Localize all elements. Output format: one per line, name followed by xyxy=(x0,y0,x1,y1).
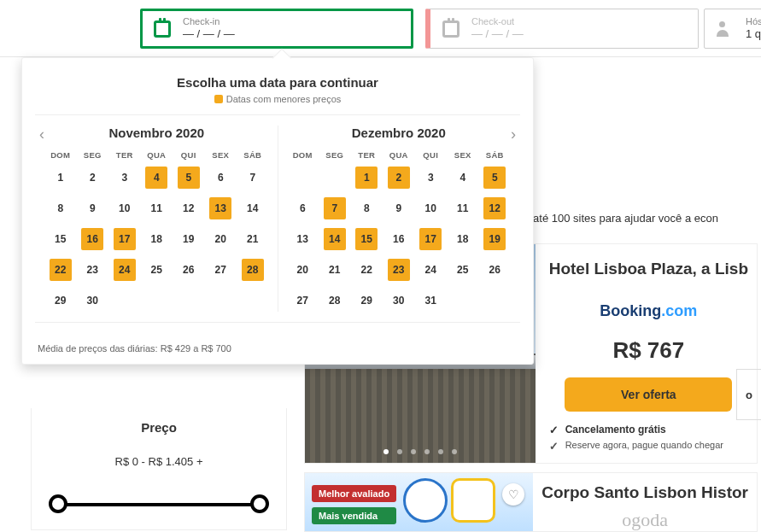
hotel-name[interactable]: Hotel Lisboa Plaza, a Lisb xyxy=(549,260,748,278)
weekday-header: DOMSEGTERQUAQUISEXSÁB xyxy=(44,150,269,160)
calendar-heading: Escolha uma data para continuar xyxy=(22,75,533,90)
calendar-day[interactable]: 19 xyxy=(178,228,200,250)
calendar-day[interactable]: 11 xyxy=(452,197,474,219)
calendar-day[interactable]: 8 xyxy=(355,197,378,219)
calendar-day[interactable]: 27 xyxy=(291,289,313,312)
calendar-day[interactable]: 30 xyxy=(81,289,103,312)
guests-field[interactable]: Hósp 1 qu xyxy=(704,9,761,49)
checkout-field[interactable]: Check-out — / — / — xyxy=(425,9,699,49)
calendar-day[interactable]: 11 xyxy=(145,197,167,219)
calendar-legend: Datas com menores preços xyxy=(22,94,533,104)
hotel-card[interactable]: Melhor avaliado Mais vendida ♡ Corpo San… xyxy=(304,472,758,532)
calendar-day[interactable]: 12 xyxy=(178,197,200,219)
calendar-icon xyxy=(154,20,171,38)
calendar-day[interactable]: 14 xyxy=(242,197,264,219)
calendar-day[interactable]: 14 xyxy=(324,228,346,250)
calendar-day[interactable]: 20 xyxy=(209,228,231,250)
price-filter-panel: Preço R$ 0 - R$ 1.405 + xyxy=(31,408,287,530)
guests-label: Hósp xyxy=(746,16,761,27)
calendar-day[interactable]: 16 xyxy=(388,228,410,250)
provider-logo: Booking.com xyxy=(549,302,748,320)
calendar-day[interactable]: 6 xyxy=(209,167,231,189)
favorite-button[interactable]: ♡ xyxy=(502,483,524,506)
hotel-info: Hotel Lisboa Plaza, a Lisb Booking.com R… xyxy=(536,244,757,463)
alt-offer-peek[interactable]: o xyxy=(736,369,761,420)
badge-best-seller: Mais vendida xyxy=(312,507,396,524)
divider xyxy=(35,322,520,323)
calendar-day[interactable]: 18 xyxy=(145,228,167,250)
calendar-day[interactable]: 10 xyxy=(114,197,136,219)
hotel-photo[interactable]: Melhor avaliado Mais vendida ♡ xyxy=(305,473,533,531)
calendar-day[interactable]: 8 xyxy=(50,197,72,219)
next-month-button[interactable]: › xyxy=(506,126,521,143)
calendar-day[interactable]: 13 xyxy=(291,228,313,250)
calendar-day[interactable]: 24 xyxy=(114,259,136,281)
calendar-day[interactable]: 15 xyxy=(50,228,72,250)
checkin-field[interactable]: Check-in — / — / — xyxy=(140,9,413,49)
divider xyxy=(35,114,520,115)
calendar-day[interactable]: 28 xyxy=(242,259,264,281)
checkin-value: — / — / — xyxy=(183,27,235,41)
calendar-day[interactable]: 30 xyxy=(388,289,410,312)
slider-handle-min[interactable] xyxy=(49,494,67,513)
calendar-month: Dezembro 2020DOMSEGTERQUAQUISEXSÁB123456… xyxy=(278,126,520,312)
guests-value: 1 qu xyxy=(746,27,761,41)
calendar-day[interactable]: 23 xyxy=(388,259,410,281)
calendar-day[interactable]: 5 xyxy=(178,167,200,189)
calendar-day[interactable]: 29 xyxy=(50,289,72,312)
hotel-price: R$ 767 xyxy=(549,337,748,364)
calendar-day[interactable]: 21 xyxy=(324,259,346,281)
calendar-day[interactable]: 7 xyxy=(324,197,346,219)
calendar-day[interactable]: 29 xyxy=(355,289,378,312)
clean-safe-badge xyxy=(403,478,448,523)
calendar-day[interactable]: 17 xyxy=(419,228,442,250)
calendar-day[interactable]: 6 xyxy=(291,197,313,219)
calendar-day[interactable]: 24 xyxy=(419,259,442,281)
price-slider[interactable] xyxy=(49,492,269,517)
calendar-day[interactable]: 28 xyxy=(324,289,346,312)
view-offer-button[interactable]: Ver oferta xyxy=(565,377,732,412)
calendar-day[interactable]: 4 xyxy=(145,167,167,189)
checkin-label: Check-in xyxy=(183,16,235,27)
weekday-header: DOMSEGTERQUAQUISEXSÁB xyxy=(287,150,512,160)
calendar-day[interactable]: 22 xyxy=(355,259,378,281)
calendar-day[interactable]: 9 xyxy=(388,197,410,219)
calendar-day[interactable]: 3 xyxy=(419,167,442,189)
calendar-day[interactable]: 31 xyxy=(419,289,442,312)
calendar-day[interactable]: 17 xyxy=(114,228,136,250)
provider-logo: ogoda xyxy=(541,509,748,531)
calendar-day[interactable]: 16 xyxy=(81,228,103,250)
calendar-day[interactable]: 1 xyxy=(50,167,72,189)
calendar-day[interactable]: 23 xyxy=(81,259,103,281)
slider-handle-max[interactable] xyxy=(250,494,269,513)
calendar-day[interactable]: 20 xyxy=(291,259,313,281)
calendar-day[interactable]: 21 xyxy=(242,228,264,250)
calendar-day[interactable]: 10 xyxy=(419,197,442,219)
hotel-info: Corpo Santo Lisbon Histor ogoda xyxy=(533,473,757,531)
calendar-day[interactable]: 3 xyxy=(114,167,136,189)
calendar-day[interactable]: 9 xyxy=(81,197,103,219)
feature-free-cancel: ✓ Cancelamento grátis xyxy=(549,424,748,436)
calendar-day[interactable]: 1 xyxy=(355,167,378,189)
calendar-day[interactable]: 22 xyxy=(50,259,72,281)
calendar-day[interactable]: 25 xyxy=(452,259,474,281)
calendar-day[interactable]: 15 xyxy=(355,228,378,250)
price-filter-title: Preço xyxy=(49,420,269,435)
calendar-day[interactable]: 26 xyxy=(483,259,506,281)
calendar-day[interactable]: 27 xyxy=(209,259,231,281)
calendar-day[interactable]: 2 xyxy=(388,167,410,189)
calendar-day[interactable]: 12 xyxy=(483,197,506,219)
calendar-day[interactable]: 7 xyxy=(242,167,264,189)
hotel-name[interactable]: Corpo Santo Lisbon Histor xyxy=(541,483,748,502)
calendar-day[interactable]: 26 xyxy=(178,259,200,281)
prev-month-button[interactable]: ‹ xyxy=(34,126,50,143)
calendar-day[interactable]: 19 xyxy=(483,228,506,250)
calendar-day[interactable]: 25 xyxy=(145,259,167,281)
calendar-day[interactable]: 2 xyxy=(81,167,103,189)
calendar-day[interactable]: 18 xyxy=(452,228,474,250)
calendar-day[interactable]: 5 xyxy=(483,167,506,189)
calendar-day[interactable]: 4 xyxy=(452,167,474,189)
calendar-day[interactable]: 13 xyxy=(209,197,231,219)
photo-pager[interactable] xyxy=(305,449,536,454)
calendar-month: Novembro 2020DOMSEGTERQUAQUISEXSÁB123456… xyxy=(36,126,278,312)
